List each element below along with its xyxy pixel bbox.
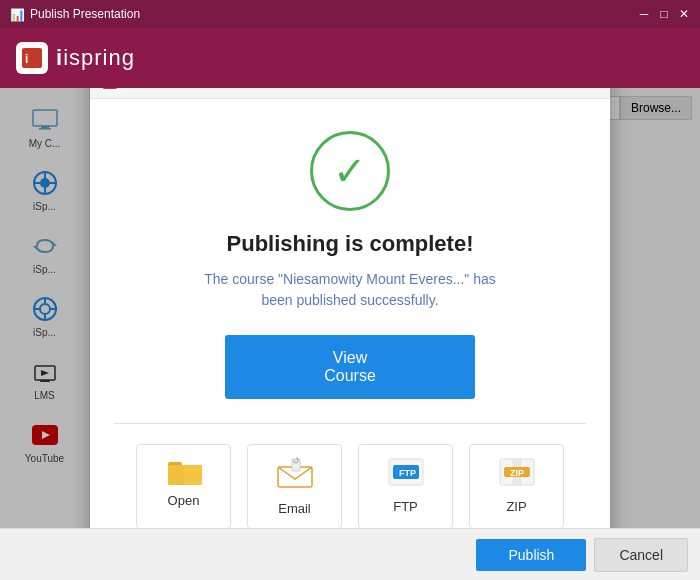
modal-divider	[114, 423, 586, 424]
zip-icon: ZIP	[498, 457, 536, 491]
close-button[interactable]: ✕	[676, 6, 692, 22]
logo-icon: i	[16, 42, 48, 74]
window-controls: ─ □ ✕	[636, 6, 692, 22]
ftp-icon: FTP	[387, 457, 425, 491]
maximize-button[interactable]: □	[656, 6, 672, 22]
title-bar: 📊 Publish Presentation ─ □ ✕	[0, 0, 700, 28]
modal-dialog: i iSpring Suite ✕ ✓ Publishing is comple…	[90, 88, 610, 528]
app-title: Publish Presentation	[30, 7, 140, 21]
svg-text:ZIP: ZIP	[510, 468, 524, 478]
modal-heading: Publishing is complete!	[227, 231, 474, 257]
logo-text: iispring	[56, 45, 135, 71]
zip-label: ZIP	[506, 499, 526, 514]
folder-icon	[166, 457, 202, 485]
app-window: 📊 Publish Presentation ─ □ ✕ i iispring	[0, 0, 700, 580]
email-label: Email	[278, 501, 311, 516]
modal-subtext: The course "Niesamowity Mount Everes..."…	[204, 269, 496, 311]
modal-close-button[interactable]: ✕	[573, 88, 598, 92]
svg-rect-33	[292, 459, 300, 471]
modal-overlay: i iSpring Suite ✕ ✓ Publishing is comple…	[0, 88, 700, 528]
logo-area: i iispring	[16, 42, 135, 74]
modal-app-icon: i	[102, 88, 118, 89]
zip-action[interactable]: ZIP ZIP	[469, 444, 564, 528]
checkmark-icon: ✓	[333, 151, 367, 191]
ftp-action[interactable]: FTP FTP	[358, 444, 453, 528]
open-action[interactable]: Open	[136, 444, 231, 528]
header-bar: i iispring	[0, 28, 700, 88]
email-icon	[276, 457, 314, 493]
app-icon: 📊	[8, 6, 24, 22]
svg-text:i: i	[25, 52, 28, 66]
modal-body: ✓ Publishing is complete! The course "Ni…	[90, 99, 610, 528]
svg-text:📊: 📊	[10, 7, 24, 22]
modal-title-bar: i iSpring Suite ✕	[90, 88, 610, 99]
svg-text:FTP: FTP	[399, 468, 416, 478]
email-action[interactable]: Email	[247, 444, 342, 528]
cancel-button[interactable]: Cancel	[594, 538, 688, 572]
svg-rect-31	[168, 465, 202, 485]
minimize-button[interactable]: ─	[636, 6, 652, 22]
open-label: Open	[168, 493, 200, 508]
action-icons-row: Open E	[114, 444, 586, 528]
view-course-button[interactable]: View Course	[225, 335, 475, 399]
ftp-label: FTP	[393, 499, 418, 514]
publish-button[interactable]: Publish	[476, 539, 586, 571]
bottom-bar: Publish Cancel	[0, 528, 700, 580]
main-content: My C... iSp...	[0, 88, 700, 528]
success-circle: ✓	[310, 131, 390, 211]
